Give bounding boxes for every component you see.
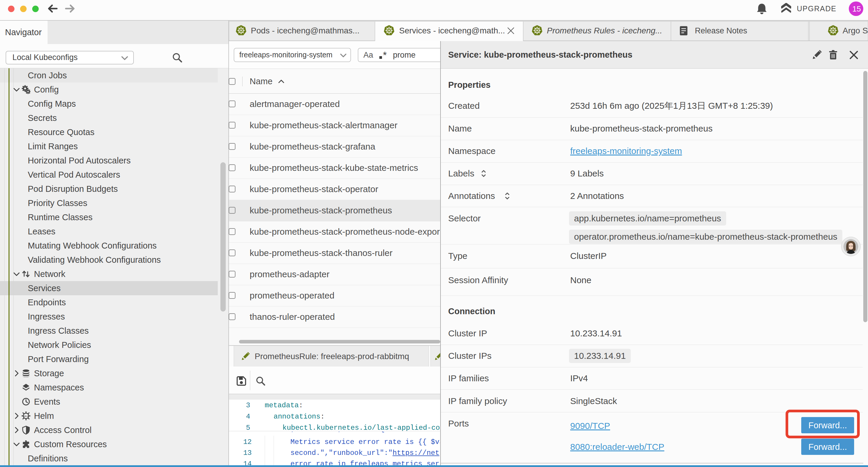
svg-text:HELM: HELM	[23, 415, 29, 417]
